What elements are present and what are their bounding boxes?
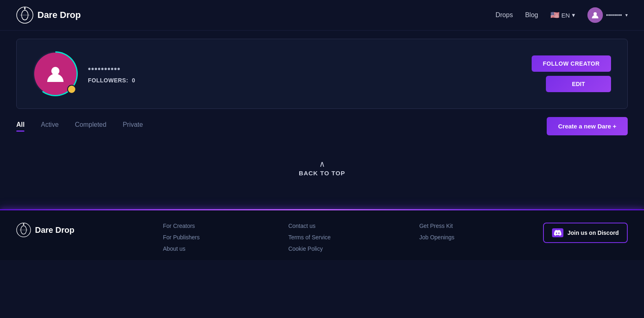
footer-link-terms[interactable]: Terms of Service	[288, 234, 331, 241]
edit-button[interactable]: EDIT	[546, 76, 611, 92]
profile-section: •••••••••• FOLLOWERS: 0 FOLLOW CREATOR E…	[16, 39, 628, 109]
nav-drops[interactable]: Drops	[495, 11, 513, 19]
avatar	[587, 7, 603, 23]
tabs-section: All Active Completed Private Create a ne…	[16, 117, 628, 135]
footer-link-for-publishers[interactable]: For Publishers	[163, 234, 199, 241]
svg-point-5	[594, 12, 597, 15]
footer-link-about-us[interactable]: About us	[163, 245, 199, 252]
user-chevron: ▾	[625, 12, 628, 18]
flag-icon: 🇺🇸	[550, 11, 559, 20]
logo-icon	[16, 7, 33, 24]
back-to-top-text: BACK TO TOP	[299, 170, 345, 177]
footer-link-press-kit[interactable]: Get Press Kit	[419, 223, 454, 229]
footer-link-cookie[interactable]: Cookie Policy	[288, 245, 331, 252]
discord-button[interactable]: Join us on Discord	[543, 223, 628, 243]
footer-col-legal: Contact us Terms of Service Cookie Polic…	[288, 223, 331, 252]
tab-active[interactable]: Active	[41, 121, 59, 132]
follow-creator-button[interactable]: FOLLOW CREATOR	[532, 55, 611, 72]
footer: Dare Drop For Creators For Publishers Ab…	[0, 210, 644, 260]
lang-chevron: ▾	[572, 11, 575, 19]
back-to-top-chevron: ∧	[319, 160, 325, 168]
footer-col-press: Get Press Kit Job Openings	[419, 223, 454, 241]
user-menu[interactable]: •••••••• ▾	[587, 7, 628, 23]
discord-btn-text: Join us on Discord	[567, 230, 619, 236]
logo[interactable]: Dare Drop	[16, 7, 81, 24]
avatar-wrapper	[33, 51, 78, 96]
tab-all[interactable]: All	[16, 121, 24, 132]
svg-point-3	[24, 7, 26, 9]
language-selector[interactable]: 🇺🇸 EN ▾	[550, 11, 575, 20]
back-to-top[interactable]: ∧ BACK TO TOP	[0, 160, 644, 177]
svg-point-10	[23, 223, 24, 225]
tabs-list: All Active Completed Private	[16, 121, 143, 132]
lang-label: EN	[561, 12, 570, 19]
logo-text: Dare Drop	[37, 10, 81, 20]
profile-info: •••••••••• FOLLOWERS: 0	[88, 64, 135, 84]
tab-private[interactable]: Private	[123, 121, 143, 132]
avatar-badge	[67, 85, 76, 94]
discord-icon	[552, 228, 563, 237]
tab-completed[interactable]: Completed	[75, 121, 106, 132]
footer-logo-text: Dare Drop	[35, 225, 74, 235]
user-name: ••••••••	[606, 12, 622, 18]
followers-label: FOLLOWERS:	[88, 77, 128, 84]
profile-followers: FOLLOWERS: 0	[88, 77, 135, 84]
create-dare-button[interactable]: Create a new Dare +	[547, 117, 628, 135]
footer-col-creators: For Creators For Publishers About us	[163, 223, 199, 252]
profile-username: ••••••••••	[88, 64, 135, 74]
footer-link-jobs[interactable]: Job Openings	[419, 234, 454, 241]
footer-link-for-creators[interactable]: For Creators	[163, 223, 199, 229]
footer-link-contact[interactable]: Contact us	[288, 223, 331, 229]
nav-blog[interactable]: Blog	[525, 11, 538, 19]
footer-logo-icon	[16, 223, 31, 237]
followers-count: 0	[132, 77, 135, 84]
footer-logo[interactable]: Dare Drop	[16, 223, 74, 237]
